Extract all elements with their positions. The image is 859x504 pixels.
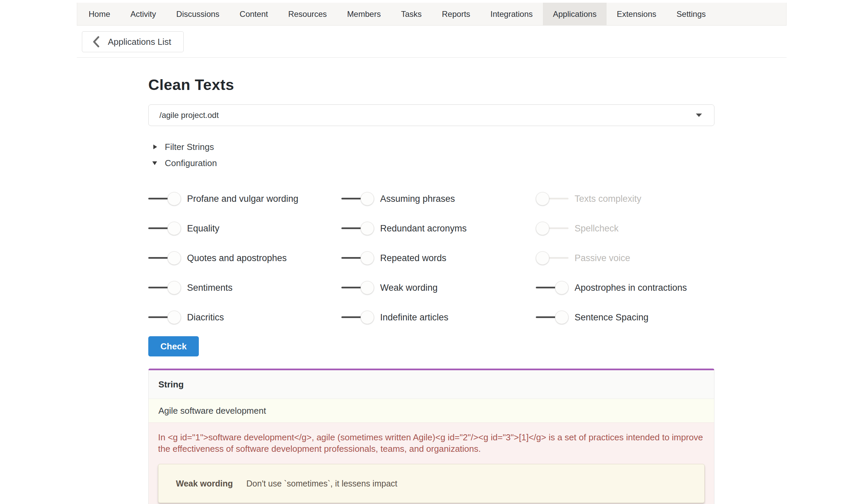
nav-item-home[interactable]: Home: [78, 3, 120, 25]
triangle-right-icon: [153, 144, 157, 149]
toggle-knob: [361, 281, 374, 294]
toggle-knob: [536, 192, 549, 205]
toggle-track: [536, 287, 557, 288]
toggle-knob: [167, 192, 181, 205]
toggle-track: [148, 257, 169, 259]
toggle-cell-sentiments: Sentiments: [148, 281, 341, 294]
clean-texts-app: Home Activity Discussions Content Resour…: [0, 0, 859, 504]
toggle-track: [341, 287, 363, 288]
toggle-switch[interactable]: [536, 222, 569, 235]
toggle-cell-indefinite-articles: Indefinite articles: [341, 311, 536, 324]
nav-item-reports[interactable]: Reports: [432, 3, 480, 25]
configuration-accordion[interactable]: Configuration: [148, 157, 217, 169]
toggle-knob: [167, 251, 181, 265]
file-select-value: /agile project.odt: [160, 110, 219, 120]
toggle-cell-passive-voice: Passive voice: [536, 251, 714, 265]
file-select[interactable]: /agile project.odt: [148, 104, 714, 126]
applications-list-back-button[interactable]: Applications List: [82, 31, 184, 52]
toggle-track: [148, 198, 169, 199]
toggle-label: Sentiments: [187, 282, 232, 293]
toggle-label: Spellcheck: [575, 223, 619, 234]
configuration-toggle-grid: Profane and vulgar wording Assuming phra…: [148, 184, 714, 332]
toggle-label: Equality: [187, 223, 220, 234]
filter-strings-label: Filter Strings: [165, 142, 214, 152]
nav-item-members[interactable]: Members: [337, 3, 391, 25]
toggle-switch[interactable]: [148, 281, 181, 294]
toggle-switch[interactable]: [341, 251, 374, 265]
toggle-switch[interactable]: [341, 222, 374, 235]
toggle-switch[interactable]: [341, 311, 374, 324]
result-string-title: Agile software development: [159, 406, 266, 416]
configuration-label: Configuration: [165, 158, 217, 168]
toggle-cell-texts-complexity: Texts complexity: [536, 192, 714, 205]
toggle-knob: [167, 281, 181, 294]
toggle-knob: [555, 311, 569, 324]
toggle-knob: [361, 311, 374, 324]
nav-item-applications[interactable]: Applications: [543, 3, 607, 25]
toggle-switch[interactable]: [148, 192, 181, 205]
warning-type-label: Weak wording: [176, 479, 233, 489]
toggle-switch[interactable]: [341, 192, 374, 205]
nav-item-tasks[interactable]: Tasks: [391, 3, 432, 25]
toggle-knob: [536, 222, 549, 235]
toggle-switch[interactable]: [536, 192, 569, 205]
toggle-switch[interactable]: [536, 311, 569, 324]
toggle-track: [148, 227, 169, 229]
toggle-track: [536, 316, 557, 318]
toggle-switch[interactable]: [148, 222, 181, 235]
toggle-switch[interactable]: [341, 281, 374, 294]
toggle-cell-repeated-words: Repeated words: [341, 251, 536, 265]
toggle-knob: [361, 192, 374, 205]
toggle-label: Passive voice: [575, 253, 630, 263]
main-content: Clean Texts /agile project.odt Filter St…: [148, 57, 714, 504]
toggle-switch[interactable]: [148, 311, 181, 324]
toggle-track: [148, 287, 169, 288]
weak-wording-warning-box: Weak wording Don't use `sometimes`, it l…: [158, 464, 705, 503]
filter-strings-accordion[interactable]: Filter Strings: [148, 141, 214, 153]
nav-item-activity[interactable]: Activity: [120, 3, 166, 25]
toggle-cell-profane-and-vulgar-wording: Profane and vulgar wording: [148, 192, 341, 205]
toggle-track: [341, 316, 363, 318]
toggle-knob: [555, 281, 569, 294]
toggle-track: [341, 257, 363, 259]
nav-item-settings[interactable]: Settings: [666, 3, 716, 25]
toggle-label: Diacritics: [187, 312, 224, 323]
triangle-down-icon: [152, 162, 157, 165]
toggle-label: Assuming phrases: [380, 194, 455, 204]
page-title: Clean Texts: [148, 76, 714, 94]
toggle-knob: [167, 311, 181, 324]
toggle-cell-quotes-and-apostrophes: Quotes and apostrophes: [148, 251, 341, 265]
toggle-switch[interactable]: [148, 251, 181, 265]
error-string-text: In <g id="1">software development</g>, a…: [158, 431, 705, 455]
toggle-track: [341, 198, 363, 199]
toggle-cell-diacritics: Diacritics: [148, 311, 341, 324]
results-header-label: String: [159, 379, 184, 390]
toggle-label: Apostrophes in contractions: [575, 282, 687, 293]
toggle-cell-weak-wording: Weak wording: [341, 281, 536, 294]
toggle-switch[interactable]: [536, 251, 569, 265]
nav-item-integrations[interactable]: Integrations: [480, 3, 543, 25]
toggle-track: [547, 198, 569, 199]
toggle-cell-spellcheck: Spellcheck: [536, 222, 714, 235]
toggle-label: Weak wording: [380, 282, 438, 293]
toggle-label: Texts complexity: [575, 194, 641, 204]
toggle-switch[interactable]: [536, 281, 569, 294]
result-error-section: In <g id="1">software development</g>, a…: [149, 423, 714, 504]
nav-item-discussions[interactable]: Discussions: [166, 3, 229, 25]
back-button-label: Applications List: [108, 37, 171, 47]
toggle-track: [341, 227, 363, 229]
toggle-cell-apostrophes-in-contractions: Apostrophes in contractions: [536, 281, 714, 294]
nav-item-content[interactable]: Content: [229, 3, 278, 25]
check-button[interactable]: Check: [148, 336, 199, 356]
toggle-label: Profane and vulgar wording: [187, 194, 298, 204]
nav-item-extensions[interactable]: Extensions: [607, 3, 666, 25]
toggle-track: [547, 257, 569, 259]
chevron-left-icon: [92, 36, 100, 47]
nav-item-resources[interactable]: Resources: [278, 3, 337, 25]
toggle-label: Indefinite articles: [380, 312, 449, 323]
toggle-knob: [536, 251, 549, 265]
result-string-row[interactable]: Agile software development: [149, 399, 714, 423]
toggle-cell-assuming-phrases: Assuming phrases: [341, 192, 536, 205]
toggle-knob: [361, 251, 374, 265]
toggle-cell-redundant-acronyms: Redundant acronyms: [341, 222, 536, 235]
